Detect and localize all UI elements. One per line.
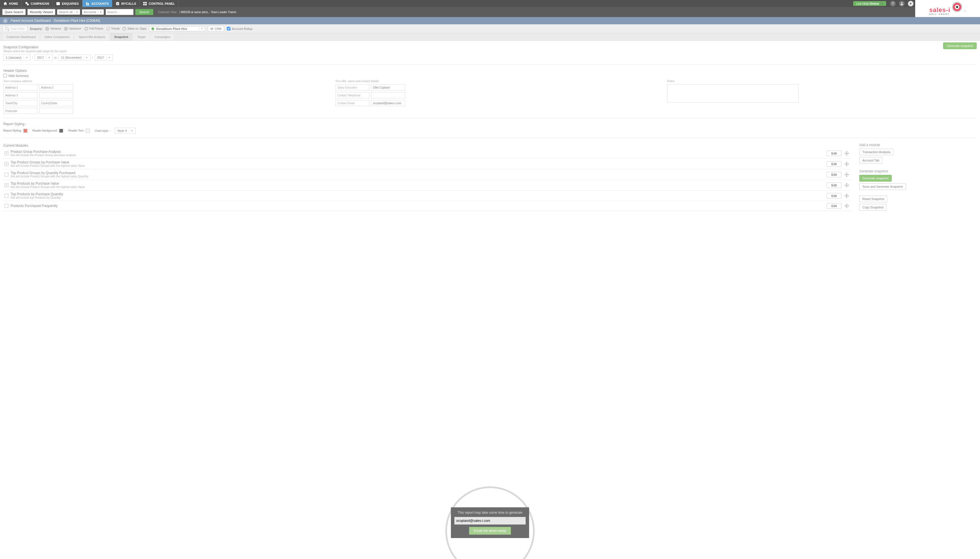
user-icon[interactable] — [899, 1, 905, 7]
move-icon[interactable] — [844, 193, 850, 199]
search-scope-select[interactable]: Search all▼ — [57, 9, 80, 15]
module-checkbox[interactable] — [5, 194, 8, 198]
help-icon[interactable]: ? — [890, 1, 896, 7]
contact-tel-value-input[interactable] — [371, 92, 405, 98]
nav-accounts[interactable]: ACCOUNTS — [83, 0, 112, 7]
module-checkbox[interactable] — [5, 204, 8, 208]
transaction-analysis-button[interactable]: Transaction Analysis — [859, 149, 893, 155]
nav-control-panel[interactable]: CONTROL PANEL — [140, 0, 178, 7]
module-checkbox[interactable] — [5, 183, 8, 187]
module-edit-button[interactable]: Edit — [826, 203, 841, 209]
tab-sales-comparison[interactable]: Sales Comparison — [41, 33, 73, 41]
page-header: ◎ Parent Account Dashboard - Donaldson P… — [0, 17, 980, 24]
svg-rect-9 — [143, 3, 145, 5]
forward-icon[interactable] — [908, 1, 914, 7]
from-year-select[interactable]: 2017▼ — [35, 55, 53, 61]
sales-exec-value-input[interactable] — [371, 84, 405, 91]
module-checkbox[interactable] — [5, 162, 8, 166]
svg-rect-2 — [56, 2, 60, 5]
nav-enquiries[interactable]: ENQUIRIES — [53, 0, 83, 7]
from-month-select[interactable]: 1 (January)▼ — [3, 55, 30, 61]
report-styling-title: Report Styling - — [3, 122, 977, 126]
module-edit-button[interactable]: Edit — [826, 193, 841, 198]
postcode2-input[interactable] — [39, 108, 73, 114]
filter-bar: Date Filter Enquiry: ↕Variance ↕Variance… — [0, 24, 980, 33]
swatch-red[interactable] — [23, 129, 27, 133]
pill-sales-gaps[interactable]: ▦Sales vs. Gaps — [122, 27, 146, 31]
tabs: Customer Dashboard Sales Comparison Spen… — [0, 33, 980, 41]
save-generate-button[interactable]: Save and Generate Snapshot — [859, 183, 906, 190]
date-filter-button[interactable]: Date Filter — [3, 26, 27, 32]
module-checkbox[interactable] — [5, 151, 8, 155]
contact-email-label-input[interactable] — [335, 100, 369, 106]
crm-button[interactable]: ▤CRM — [208, 26, 224, 31]
copy-snapshot-button[interactable]: Copy Snapshot — [859, 204, 886, 211]
module-edit-button[interactable]: Edit — [826, 150, 841, 156]
tab-spend-mix[interactable]: Spend Mix Analysis — [75, 33, 109, 41]
pill-full-picture[interactable]: ◉Full Picture — [84, 27, 103, 31]
nav-mycalls[interactable]: MYCALLS — [112, 0, 140, 7]
county-input[interactable] — [39, 100, 73, 106]
postcode-input[interactable] — [3, 108, 38, 114]
search-type-select[interactable]: Accounts▼ — [82, 9, 104, 15]
tab-target[interactable]: Target — [134, 33, 149, 41]
move-icon[interactable] — [844, 150, 850, 156]
svg-point-1 — [27, 3, 29, 5]
move-icon[interactable] — [844, 182, 850, 188]
module-desc: this will include Product Groups with th… — [11, 164, 825, 167]
reset-snapshot-button[interactable]: Reset Snapshot — [859, 195, 887, 202]
address3b-input[interactable] — [39, 92, 73, 98]
address1-input[interactable] — [3, 84, 38, 91]
account-select[interactable]: Donaldson Plant Hire▼ — [149, 26, 205, 31]
address2-input[interactable] — [39, 84, 73, 91]
tab-snapshot[interactable]: Snapshot — [111, 33, 132, 41]
module-row: Top Products by Purchase Valuethis will … — [3, 180, 851, 190]
town-input[interactable] — [3, 100, 38, 106]
pill-trends[interactable]: 📈Trends — [106, 27, 120, 31]
hide-summary-checkbox[interactable]: Hide Summary — [3, 74, 977, 78]
recently-viewed-button[interactable]: Recently Viewed — [27, 9, 55, 15]
tab-customer-dashboard[interactable]: Customer Dashboard — [3, 33, 40, 41]
quick-search-button[interactable]: Quick Search — [2, 9, 26, 15]
move-icon[interactable] — [844, 172, 850, 178]
generate-title: Generate snapshot — [859, 169, 977, 173]
chart-style-select[interactable]: Style 3▼ — [115, 128, 136, 134]
generate-snapshot-top-button[interactable]: Generate snapshot — [943, 43, 977, 49]
module-row: Products Purchased Frequently Edit — [3, 201, 851, 211]
module-edit-button[interactable]: Edit — [826, 172, 841, 177]
nav-campaigns[interactable]: CAMPAIGNS — [22, 0, 53, 7]
modules-title: Current Modules — [3, 144, 851, 147]
svg-rect-7 — [143, 2, 145, 3]
pill-variance[interactable]: ↕Variance — [45, 27, 61, 31]
account-rollup-checkbox[interactable]: Account Rollup — [227, 27, 253, 30]
module-checkbox[interactable] — [5, 173, 8, 177]
account-tab-button[interactable]: Account Tab — [859, 157, 882, 164]
nav-home[interactable]: HOME — [0, 0, 22, 7]
search-go-button[interactable]: Search — [135, 9, 154, 15]
contact-tel-label-input[interactable] — [335, 92, 369, 98]
pill-variance-plus[interactable]: ↕Variance+ — [64, 27, 82, 31]
swatch-dark[interactable] — [59, 129, 63, 133]
search-bar: Quick Search Recently Viewed Search all▼… — [0, 7, 915, 17]
swatch-light[interactable] — [86, 129, 90, 133]
generate-snapshot-button[interactable]: Generate snapshot — [859, 175, 892, 182]
report-styling-label: Report Styling - — [3, 129, 27, 133]
search-input[interactable] — [106, 9, 134, 15]
module-title: Top Products by Purchase Value — [11, 182, 825, 185]
move-icon[interactable] — [844, 161, 850, 167]
module-edit-button[interactable]: Edit — [826, 182, 841, 188]
live-help-button[interactable]: Live Help Online i — [853, 1, 886, 6]
svg-point-11 — [901, 3, 902, 4]
move-icon[interactable] — [844, 203, 850, 209]
card-icon: ▤ — [210, 27, 213, 30]
to-year-select[interactable]: 2017▼ — [95, 55, 113, 61]
address3-input[interactable] — [3, 92, 38, 98]
module-row: Product Group Purchase Analysisthis will… — [3, 148, 851, 159]
to-month-select[interactable]: 11 (November)▼ — [58, 55, 90, 61]
notes-textarea[interactable] — [667, 84, 798, 103]
sales-exec-label-input[interactable] — [335, 84, 369, 91]
tab-campaigns[interactable]: Campaigns — [151, 33, 174, 41]
svg-rect-4 — [88, 3, 89, 5]
module-edit-button[interactable]: Edit — [826, 161, 841, 167]
contact-email-value-input[interactable] — [371, 100, 405, 106]
